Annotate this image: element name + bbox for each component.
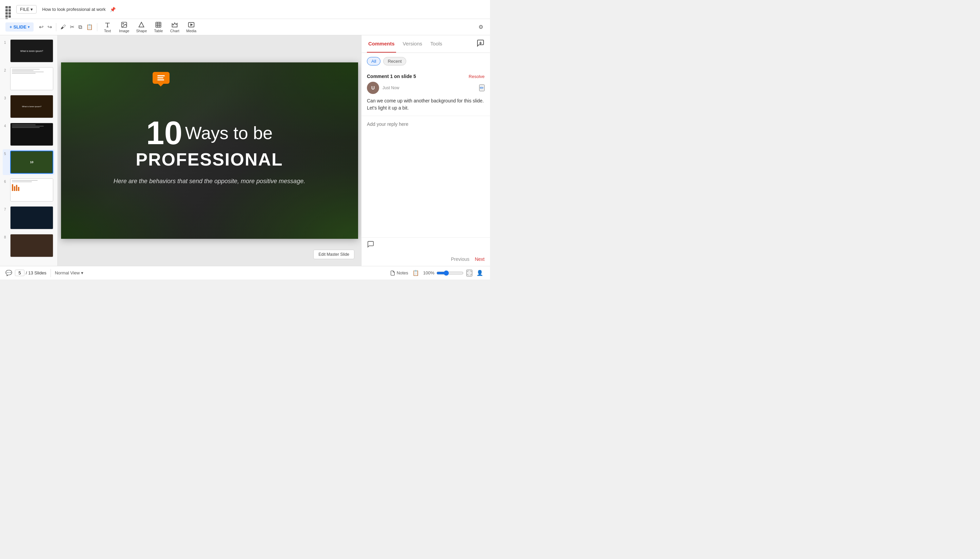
redo-button[interactable]: ↪ xyxy=(46,22,53,31)
panel-bottom-icons xyxy=(361,237,490,252)
reply-area[interactable] xyxy=(361,116,490,132)
number-row: 10 Ways to be xyxy=(146,117,273,149)
slide-thumb-1[interactable]: 1 What is lorem ipsum? xyxy=(3,38,54,64)
zoom-level: 100% xyxy=(423,270,434,275)
slide-btn-group: + SLIDE ▾ xyxy=(5,22,33,31)
comment-body: Can we come up with another background f… xyxy=(367,98,485,112)
panel-spacer xyxy=(361,132,490,237)
slide-thumbnail-7 xyxy=(10,206,53,229)
slide-num-2: 2 xyxy=(4,68,8,72)
separator-bottom-1 xyxy=(51,269,51,277)
slide-thumb-7[interactable]: 7 xyxy=(3,205,54,231)
main-area: 1 What is lorem ipsum? 2 3 xyxy=(0,35,490,266)
slide-thumb-4[interactable]: 4 xyxy=(3,121,54,147)
slide-thumb-6[interactable]: 6 xyxy=(3,177,54,203)
slide-thumb-8[interactable]: 8 xyxy=(3,233,54,258)
speaker-notes-icon[interactable]: 📋 xyxy=(411,268,421,278)
slide-thumb-2[interactable]: 2 xyxy=(3,66,54,92)
presentation-title: How to look professional at work xyxy=(42,7,106,12)
slide-btn-label: SLIDE xyxy=(13,25,26,30)
shape-tool-button[interactable]: Shape xyxy=(133,20,150,34)
slide-thumbnail-3: What is lorem ipsum? xyxy=(10,95,53,118)
view-label: Normal View xyxy=(55,270,80,275)
total-slides: / 13 Slides xyxy=(26,270,46,275)
ways-text: Ways to be xyxy=(185,123,273,143)
media-label: Media xyxy=(186,29,196,33)
slide-thumbnail-8 xyxy=(10,234,53,257)
slide-num-8: 8 xyxy=(4,235,8,239)
clipboard-button[interactable]: 📋 xyxy=(85,22,94,31)
big-number: 10 xyxy=(146,117,182,149)
comment-thread-icon[interactable] xyxy=(367,240,375,250)
resolve-button[interactable]: Resolve xyxy=(469,74,485,79)
bottom-left: 💬 / 13 Slides Normal View ▾ xyxy=(5,269,83,277)
slide-chevron-icon: ▾ xyxy=(28,25,30,29)
text-tool-button[interactable]: Text xyxy=(100,20,115,34)
comment-timestamp: Just Now xyxy=(383,86,399,90)
slide-thumb-5[interactable]: 5 10 xyxy=(3,149,54,175)
bottom-bar: 💬 / 13 Slides Normal View ▾ Notes 📋 100%… xyxy=(0,266,490,280)
comment-filter: All Recent xyxy=(361,53,490,69)
fullscreen-button[interactable]: 👤 xyxy=(475,268,485,278)
slide-num-5: 5 xyxy=(4,152,8,156)
toolbar: + SLIDE ▾ ↩ ↪ 🖌 ✂ ⧉ 📋 Text Image Shape T… xyxy=(0,19,490,35)
undo-button[interactable]: ↩ xyxy=(38,22,45,31)
fit-screen-button[interactable]: ⛶ xyxy=(466,270,472,276)
svg-point-1 xyxy=(123,23,124,24)
add-comment-button[interactable] xyxy=(477,39,485,49)
plus-icon: + xyxy=(10,25,12,30)
slide-canvas[interactable]: 10 Ways to be PROFESSIONAL Here are the … xyxy=(61,63,358,239)
copy-button[interactable]: ⧉ xyxy=(77,23,83,31)
notes-button[interactable]: Notes xyxy=(390,270,408,276)
media-tool-button[interactable]: Media xyxy=(183,20,199,34)
table-tool-button[interactable]: Table xyxy=(151,20,166,34)
tab-comments[interactable]: Comments xyxy=(367,35,396,53)
filter-recent-button[interactable]: Recent xyxy=(383,57,406,66)
save-icon[interactable]: 📌 xyxy=(110,7,115,12)
current-page-input[interactable] xyxy=(15,270,25,276)
reply-input[interactable] xyxy=(367,120,485,128)
slide-thumbnail-2 xyxy=(10,67,53,90)
shape-label: Shape xyxy=(136,29,147,33)
tab-tools[interactable]: Tools xyxy=(429,35,444,53)
svg-rect-2 xyxy=(156,22,161,27)
chart-tool-button[interactable]: Chart xyxy=(167,20,182,34)
top-bar: FILE ▾ How to look professional at work … xyxy=(0,0,490,19)
slide-content: 10 Ways to be PROFESSIONAL Here are the … xyxy=(61,63,358,239)
zoom-slider[interactable] xyxy=(436,270,464,276)
page-indicator: / 13 Slides xyxy=(15,270,46,276)
zoom-control: 100% xyxy=(423,270,464,276)
comment-section: Comment 1 on slide 5 Resolve U Just Now … xyxy=(361,69,490,116)
add-slide-button[interactable]: + SLIDE ▾ xyxy=(5,22,33,31)
filter-all-button[interactable]: All xyxy=(367,57,381,66)
separator-1 xyxy=(56,23,56,31)
slide-num-6: 6 xyxy=(4,180,8,184)
bottom-right: Notes 📋 100% ⛶ 👤 xyxy=(390,268,485,278)
comment-navigation: Previous Next xyxy=(361,252,490,266)
notes-label: Notes xyxy=(397,270,408,275)
next-button[interactable]: Next xyxy=(475,256,485,262)
tab-versions[interactable]: Versions xyxy=(401,35,424,53)
paint-button[interactable]: 🖌 xyxy=(59,23,67,31)
slide-num-7: 7 xyxy=(4,208,8,211)
panel-tabs: Comments Versions Tools xyxy=(361,35,490,53)
file-label: FILE xyxy=(20,7,29,12)
settings-button[interactable]: ⚙ xyxy=(477,22,485,31)
scissors-button[interactable]: ✂ xyxy=(69,22,76,31)
file-chevron-icon: ▾ xyxy=(31,7,33,12)
previous-button[interactable]: Previous xyxy=(451,256,469,262)
chat-icon[interactable]: 💬 xyxy=(5,270,12,276)
avatar: U xyxy=(367,82,379,94)
apps-icon[interactable] xyxy=(4,5,13,14)
slide-num-1: 1 xyxy=(4,41,8,45)
image-tool-button[interactable]: Image xyxy=(116,20,132,34)
slide-thumb-3[interactable]: 3 What is lorem ipsum? xyxy=(3,94,54,119)
comment-header: Comment 1 on slide 5 Resolve xyxy=(367,74,485,79)
separator-2 xyxy=(97,23,97,31)
view-selector-button[interactable]: Normal View ▾ xyxy=(55,270,83,275)
slide-thumbnail-4 xyxy=(10,123,53,146)
edit-comment-button[interactable]: ✏ xyxy=(479,84,485,91)
edit-master-button[interactable]: Edit Master Slide xyxy=(313,250,355,259)
view-chevron-icon: ▾ xyxy=(81,270,83,275)
file-menu-button[interactable]: FILE ▾ xyxy=(16,5,36,13)
